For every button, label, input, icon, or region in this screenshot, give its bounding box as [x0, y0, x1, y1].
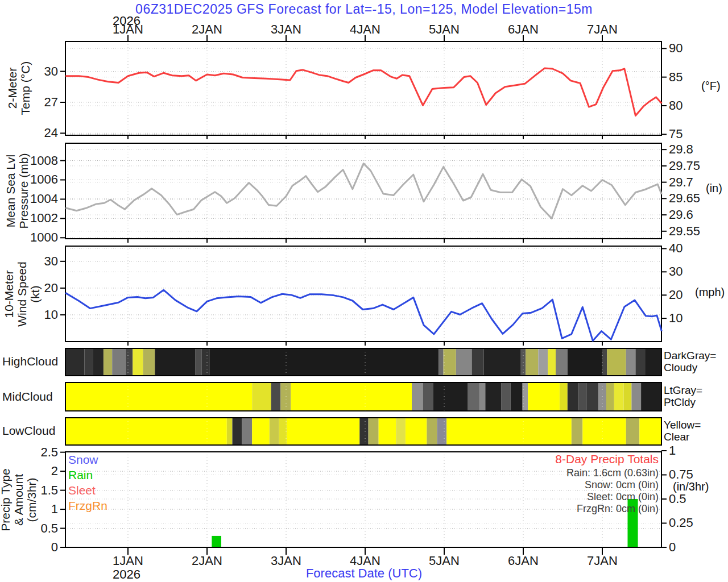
pressure-axis-title-line: Mean Sea Lvl [4, 131, 17, 251]
cloud-segment [233, 418, 242, 445]
y-tick-label-right: 75 [669, 127, 682, 141]
wind-axis-title-line: 10-Meter [2, 235, 15, 354]
precip-totals-snow: Snow: 0cm (0in) [489, 479, 659, 491]
y-tick-label-right: 0 [669, 540, 676, 554]
cloud-segment [112, 348, 126, 376]
cloud-segment [578, 383, 586, 411]
cloud-segment [227, 418, 233, 445]
cloud-segment [582, 418, 626, 445]
cloud-segment [626, 418, 640, 445]
y-tick-label-right: 29.55 [669, 224, 700, 238]
lowcloud-row-label: LowCloud [2, 424, 55, 438]
cloud-segment [270, 418, 279, 445]
wind-right-unit-label: (mph) [695, 286, 725, 299]
temp-right-unit-label: (°F) [701, 80, 721, 93]
y-tick-label-left: 20 [44, 281, 58, 295]
top-axis-day-label: 5JAN [429, 22, 460, 36]
cloud-legend-line: DarkGray= [664, 350, 716, 361]
cloud-segment [548, 348, 556, 376]
cloud-segment [614, 383, 624, 411]
y-tick-label-left: 2 [51, 464, 58, 478]
cloud-segment [606, 383, 614, 411]
cloud-segment [586, 383, 598, 411]
y-tick-label-right: 29.7 [669, 175, 693, 189]
y-tick-label-left: 1 [51, 502, 58, 516]
y-tick-label-right: 0.75 [669, 467, 693, 481]
cloud-legend-line: Cloudy [664, 361, 716, 373]
cloud-legend-line: PtCldy [664, 396, 702, 408]
cloud-segment [468, 383, 480, 411]
precip-legend-rain: Rain [68, 468, 93, 482]
meteogram-page: 06Z31DEC2025 GFS Forecast for Lat=-15, L… [0, 0, 728, 582]
y-tick-label-right: 10 [669, 311, 682, 325]
cloud-segment [485, 383, 501, 411]
cloud-segment [602, 348, 607, 376]
cloud-segment [201, 348, 209, 376]
cloud-segment [65, 383, 252, 411]
y-tick-label-right: 30 [669, 264, 682, 278]
cloud-segment [271, 383, 281, 411]
cloud-segment [65, 418, 227, 445]
cloud-segment [126, 348, 133, 376]
precip-legend-sleet: Sleet [68, 484, 96, 497]
cloud-segment [511, 383, 523, 411]
midcloud-row-label: MidCloud [2, 390, 53, 404]
cloud-segment [626, 348, 636, 376]
precip-axis-title-line: Precip Type [0, 440, 12, 560]
temp-axis-title: 2-Meter Temp (°C) [6, 28, 32, 148]
cloud-segment [396, 418, 406, 445]
panel-frame [65, 41, 661, 135]
cloud-segment [444, 348, 456, 376]
2m_temperature-line [65, 68, 661, 115]
y-tick-label-right: 90 [669, 41, 682, 55]
cloud-segment [65, 348, 84, 376]
panel-frame [65, 246, 661, 342]
cloud-segment [639, 418, 661, 445]
precip-axis-title-line: & Amount [12, 440, 25, 560]
cloud-segment [484, 348, 521, 376]
cloud-legend-clear: Yellow= Clear [664, 419, 701, 443]
cloud-segment [412, 383, 423, 411]
y-tick-label-left: 1.5 [40, 483, 58, 497]
y-tick-label-left: 30 [44, 64, 58, 78]
precip-legend-frzgrn: FrzgRn [68, 499, 107, 513]
cloud-segment [560, 383, 568, 411]
cloud-segment [195, 348, 201, 376]
y-tick-label-left: 0 [51, 540, 58, 554]
y-tick-label-left: 10 [44, 307, 58, 322]
y-tick-label-right: 85 [669, 70, 682, 84]
precip-axis-title-line: (cm/3hr) [25, 440, 38, 560]
pressure-right-unit-label: (in) [706, 182, 722, 195]
precip-totals-frzgrn: FrzgRn: 0cm (0in) [489, 503, 659, 515]
cloud-segment [279, 418, 287, 445]
y-tick-label-right: 20 [669, 288, 682, 302]
cloud-segment [369, 418, 379, 445]
precip-totals-block: 8-Day Precip Totals Rain: 1.6cm (0.63in)… [489, 452, 659, 515]
top-axis-day-label: 6JAN [508, 22, 539, 36]
wind-axis-title-line: (kt) [28, 235, 42, 354]
precip-totals-title: 8-Day Precip Totals [489, 452, 659, 466]
cloud-segment [641, 383, 661, 411]
x-axis-title: Forecast Date (UTC) [0, 566, 728, 581]
temp-axis-title-line: Temp (°C) [19, 28, 32, 148]
wind-axis-title-line: Wind Speed [15, 235, 28, 354]
cloud-segment [526, 348, 538, 376]
cloud-segment [143, 348, 155, 376]
y-tick-label-right: 0.25 [669, 516, 693, 530]
y-tick-label-right: 80 [669, 98, 682, 113]
cloud-segment [359, 418, 368, 445]
cloud-segment [379, 418, 396, 445]
cloud-segment [291, 383, 412, 411]
y-tick-label-right: 0.5 [669, 492, 686, 506]
precip-right-unit-label: (in/3hr) [673, 480, 709, 493]
cloud-segment [631, 383, 641, 411]
cloud-segment [607, 348, 626, 376]
y-tick-label-left: 1002 [30, 211, 58, 225]
cloud-segment [556, 348, 568, 376]
cloud-segment [538, 348, 548, 376]
cloud-legend-ptcldy: LtGray= PtCldy [664, 384, 702, 408]
y-tick-label-left: 2.5 [40, 445, 58, 459]
cloud-segment [406, 418, 427, 445]
mean_sea_level_pressure-line [65, 164, 661, 219]
precip-axis-title: Precip Type & Amount (cm/3hr) [0, 440, 38, 560]
